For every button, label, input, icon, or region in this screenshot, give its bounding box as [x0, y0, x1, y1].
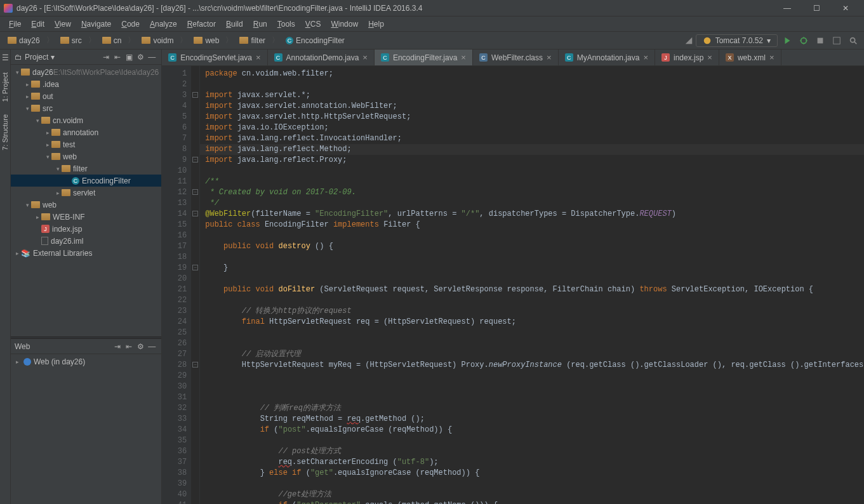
tree-row[interactable]: ▸WEB-INF [11, 211, 161, 223]
menu-file[interactable]: File [4, 18, 26, 30]
tree-row[interactable]: CEncodingFilter [11, 175, 161, 187]
fold-toggle-icon[interactable]: − [192, 189, 198, 195]
autoscroll-from-source-icon[interactable]: ⇤ [123, 341, 135, 352]
gear-icon[interactable]: ⚙ [135, 51, 146, 63]
menu-vcs[interactable]: VCS [300, 18, 326, 30]
collapse-all-icon[interactable]: ▣ [123, 51, 135, 63]
close-button[interactable]: ✕ [831, 0, 860, 17]
chevron-down-icon[interactable]: ▾ [51, 53, 55, 62]
fold-toggle-icon[interactable]: − [192, 362, 198, 368]
menu-analyze[interactable]: Analyze [145, 18, 182, 30]
vcs-icon[interactable] [830, 34, 844, 48]
fold-toggle-icon[interactable]: − [192, 92, 198, 98]
menu-navigate[interactable]: Navigate [76, 18, 116, 30]
minimize-button[interactable]: — [773, 0, 802, 17]
twisty-icon[interactable]: ▾ [34, 117, 41, 124]
close-icon[interactable]: × [547, 53, 552, 62]
editor-tab[interactable]: CAnnotationDemo.java× [268, 50, 375, 65]
tree-row[interactable]: ▾day26 E:\ItSoft\WorkPlace\Idea\day26 [11, 66, 161, 78]
tree-row[interactable]: ▾cn.voidm [11, 114, 161, 126]
close-icon[interactable]: × [256, 53, 261, 62]
run-configuration[interactable]: Tomcat 7.0.52 ▾ [696, 34, 778, 47]
run-button[interactable] [780, 34, 794, 48]
tree-row[interactable]: ▾filter [11, 162, 161, 175]
strip-tab-project[interactable]: 1: Project [0, 66, 10, 108]
web-tree[interactable]: ▸ Web (in day26) [11, 354, 161, 504]
editor-tab[interactable]: Xweb.xml× [719, 50, 781, 65]
tree-row[interactable]: ▾web [11, 150, 161, 162]
twisty-icon[interactable]: ▾ [13, 69, 21, 76]
close-icon[interactable]: × [461, 53, 466, 62]
stop-button[interactable] [813, 34, 827, 48]
breadcrumb-item[interactable]: filter [236, 35, 269, 46]
web-panel-title[interactable]: Web [15, 342, 30, 351]
autoscroll-from-source-icon[interactable]: ⇤ [112, 51, 123, 63]
twisty-icon[interactable]: ▸ [54, 190, 62, 196]
twisty-icon[interactable]: ▸ [44, 142, 51, 148]
twisty-icon[interactable]: ▸ [34, 214, 41, 220]
hide-icon[interactable]: — [146, 51, 157, 63]
menu-run[interactable]: Run [248, 18, 272, 30]
close-icon[interactable]: × [643, 53, 648, 62]
twisty-icon[interactable]: ▸ [13, 250, 21, 256]
project-panel-title[interactable]: Project [25, 53, 48, 62]
fold-toggle-icon[interactable]: − [192, 265, 198, 270]
tree-row[interactable]: Jindex.jsp [11, 223, 161, 235]
close-icon[interactable]: × [769, 53, 774, 62]
editor-tab[interactable]: Jindex.jsp× [655, 50, 719, 65]
tree-row[interactable]: ▸servlet [11, 187, 161, 199]
autoscroll-to-source-icon[interactable]: ⇥ [100, 51, 112, 63]
tree-row[interactable]: ▾web [11, 199, 161, 211]
editor-body[interactable]: 1234567891011121314151617O18192021O22232… [162, 66, 864, 504]
menu-window[interactable]: Window [326, 18, 363, 30]
twisty-icon[interactable]: ▸ [44, 129, 51, 136]
search-everywhere-icon[interactable] [846, 34, 860, 48]
twisty-icon[interactable]: ▾ [23, 202, 31, 208]
twisty-icon[interactable]: ▾ [44, 154, 51, 160]
gear-icon[interactable]: ⚙ [135, 341, 146, 352]
tree-row[interactable]: ▸.idea [11, 78, 161, 90]
breadcrumb-item[interactable]: cn [98, 35, 126, 46]
tree-row[interactable]: day26.iml [11, 235, 161, 247]
menu-help[interactable]: Help [363, 18, 389, 30]
list-item[interactable]: ▸ Web (in day26) [11, 355, 161, 368]
close-icon[interactable]: × [362, 53, 368, 62]
twisty-icon[interactable]: ▾ [54, 166, 62, 172]
menu-view[interactable]: View [50, 18, 76, 30]
menu-edit[interactable]: Edit [26, 18, 50, 30]
menu-tools[interactable]: Tools [272, 18, 300, 30]
breadcrumb-item[interactable]: web [190, 35, 223, 46]
build-icon[interactable] [682, 34, 696, 48]
hide-icon[interactable]: — [146, 341, 157, 352]
tree-row[interactable]: ▸out [11, 90, 161, 102]
line-number-gutter[interactable]: 1234567891011121314151617O18192021O22232… [162, 66, 191, 504]
editor-tab[interactable]: CEncodingFilter.java× [375, 50, 473, 65]
project-tree[interactable]: ▾day26 E:\ItSoft\WorkPlace\Idea\day26▸.i… [11, 65, 161, 336]
tree-row[interactable]: ▾src [11, 102, 161, 114]
editor-tab[interactable]: CWebFilter.class× [473, 50, 559, 65]
breadcrumb-item[interactable]: voidm [138, 35, 177, 46]
breadcrumb-item[interactable]: CEncodingFilter [282, 35, 349, 46]
editor-tab[interactable]: CEncodingServlet.java× [162, 50, 267, 65]
code-area[interactable]: package cn.voidm.web.filter; import java… [200, 66, 864, 504]
twisty-icon[interactable]: ▸ [23, 81, 31, 88]
project-tool-icon[interactable]: ☰ [2, 50, 9, 66]
fold-column[interactable]: −−−−−− [191, 66, 200, 504]
twisty-icon[interactable]: ▾ [23, 105, 31, 112]
close-icon[interactable]: × [707, 53, 712, 62]
fold-toggle-icon[interactable]: − [192, 157, 198, 162]
menu-refactor[interactable]: Refactor [182, 18, 221, 30]
tree-row[interactable]: ▸test [11, 138, 161, 150]
strip-tab-structure[interactable]: 7: Structure [0, 108, 10, 157]
tree-row[interactable]: ▸📚External Libraries [11, 247, 161, 259]
menu-build[interactable]: Build [221, 18, 248, 30]
debug-button[interactable] [797, 34, 811, 48]
twisty-icon[interactable]: ▸ [23, 93, 31, 100]
breadcrumb-item[interactable]: src [56, 35, 86, 46]
maximize-button[interactable]: ☐ [802, 0, 831, 17]
editor-tab[interactable]: CMyAnnotation.java× [559, 50, 655, 65]
tree-row[interactable]: ▸annotation [11, 126, 161, 138]
breadcrumb-item[interactable]: day26 [4, 35, 44, 46]
menu-code[interactable]: Code [116, 18, 145, 30]
autoscroll-to-source-icon[interactable]: ⇥ [112, 341, 123, 352]
